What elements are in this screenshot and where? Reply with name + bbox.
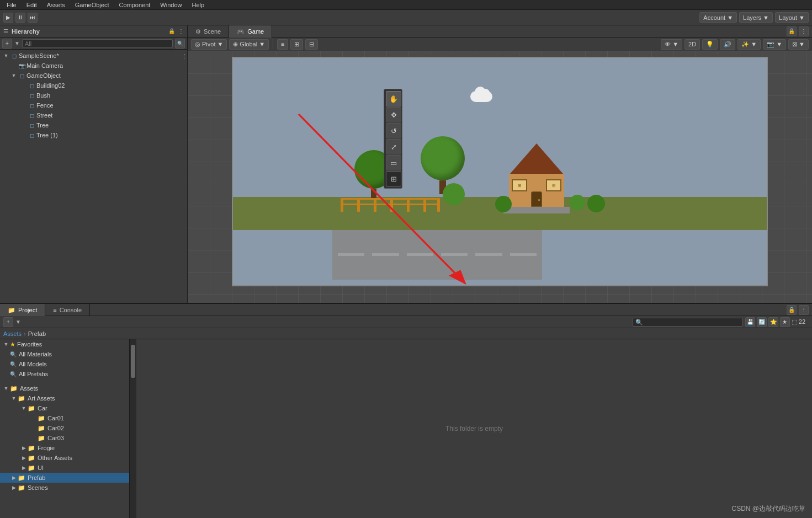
icon-bush: ◻ bbox=[28, 92, 36, 99]
menu-window[interactable]: Window bbox=[156, 0, 186, 10]
tool-rotate[interactable]: ↺ bbox=[386, 123, 401, 138]
scene-lock-icon[interactable]: 🔒 bbox=[787, 26, 797, 36]
icon-samplescene: ◻ bbox=[10, 52, 19, 60]
hierarchy-hamburger-icon[interactable]: ☰ bbox=[3, 28, 8, 34]
project-add-btn[interactable]: + bbox=[3, 317, 13, 327]
hierarchy-item-fence[interactable]: ◻ Fence bbox=[0, 100, 187, 110]
all-models-item[interactable]: 🔍 All Models bbox=[0, 359, 129, 369]
car03-item[interactable]: 📁 Car03 bbox=[0, 433, 129, 443]
hierarchy-title: Hierarchy bbox=[12, 28, 40, 35]
layers-button[interactable]: Layers ▼ bbox=[739, 12, 773, 23]
car02-item[interactable]: 📁 Car02 bbox=[0, 423, 129, 433]
menu-gameobject[interactable]: GameObject bbox=[71, 0, 114, 10]
grid-btn-1[interactable]: ≡ bbox=[277, 39, 288, 50]
account-button[interactable]: Account ▼ bbox=[699, 12, 737, 23]
audio-button[interactable]: 🔊 bbox=[720, 39, 735, 50]
hierarchy-item-building02[interactable]: ◻ Building02 bbox=[0, 81, 187, 90]
menu-file[interactable]: File bbox=[2, 0, 21, 10]
main-layout: ☰ Hierarchy 🔒 ⋮ + ▼ 🔍 ▼ ◻ SampleScene* ⋮ bbox=[0, 25, 812, 303]
lighting-button[interactable]: 💡 bbox=[702, 39, 718, 50]
grid-btn-3[interactable]: ⊟ bbox=[305, 39, 318, 50]
all-materials-item[interactable]: 🔍 All Materials bbox=[0, 349, 129, 359]
grid-btn-2[interactable]: ⊞ bbox=[290, 39, 303, 50]
hierarchy-item-tree[interactable]: ◻ Tree bbox=[0, 120, 187, 130]
hierarchy-item-gameobject[interactable]: ▼ ◻ GameObject bbox=[0, 71, 187, 81]
hierarchy-item-tree1[interactable]: ◻ Tree (1) bbox=[0, 130, 187, 140]
car03-folder-icon: 📁 bbox=[38, 435, 45, 442]
prefab-item[interactable]: ▶ 📁 Prefab bbox=[0, 473, 129, 483]
samplescene-menu-icon[interactable]: ⋮ bbox=[182, 53, 187, 59]
label-gameobject: GameObject bbox=[26, 72, 61, 79]
global-button[interactable]: ⊕ Global ▼ bbox=[229, 39, 269, 50]
all-prefabs-item[interactable]: 🔍 All Prefabs bbox=[0, 369, 129, 379]
tab-game[interactable]: 🎮 Game bbox=[229, 25, 272, 38]
console-tab-icon: ≡ bbox=[53, 307, 56, 313]
other-assets-item[interactable]: ▶ 📁 Other Assets bbox=[0, 453, 129, 463]
play-button[interactable]: ▶ bbox=[3, 13, 13, 23]
tab-project[interactable]: 📁 Project bbox=[0, 304, 45, 316]
other-assets-label: Other Assets bbox=[38, 455, 72, 461]
view-options-btn[interactable]: 👁 ▼ bbox=[661, 39, 682, 50]
all-materials-label: All Materials bbox=[19, 351, 52, 357]
layout-button[interactable]: Layout ▼ bbox=[775, 12, 809, 23]
frogie-item[interactable]: ▶ 📁 Frogie bbox=[0, 443, 129, 453]
scene-menu-icon[interactable]: ⋮ bbox=[799, 26, 809, 36]
scenes-item[interactable]: ▶ 📁 Scenes bbox=[0, 483, 129, 493]
hierarchy-add-btn[interactable]: + bbox=[2, 39, 12, 49]
breadcrumb-assets[interactable]: Assets bbox=[3, 330, 22, 337]
hierarchy-lock-icon[interactable]: 🔒 bbox=[168, 28, 175, 34]
camera-btn[interactable]: 📷 ▼ bbox=[763, 39, 786, 50]
fx-button[interactable]: ✨ ▼ bbox=[737, 39, 761, 50]
tool-rect[interactable]: ▭ bbox=[386, 155, 401, 170]
favorites-label: Favorites bbox=[17, 341, 42, 348]
car01-folder-icon: 📁 bbox=[38, 415, 45, 422]
project-refresh-icon[interactable]: 🔄 bbox=[757, 317, 767, 327]
pivot-button[interactable]: ◎ Pivot ▼ bbox=[191, 39, 227, 50]
gizmos-btn[interactable]: ⊠ ▼ bbox=[788, 39, 809, 50]
ui-item[interactable]: ▶ 📁 UI bbox=[0, 463, 129, 473]
car01-item[interactable]: 📁 Car01 bbox=[0, 413, 129, 423]
menu-help[interactable]: Help bbox=[187, 0, 209, 10]
tab-scene[interactable]: ⚙ Scene bbox=[188, 25, 229, 38]
menu-bar: File Edit Assets GameObject Component Wi… bbox=[0, 0, 812, 10]
hierarchy-item-maincamera[interactable]: 📷 Main Camera bbox=[0, 61, 187, 71]
building-obj: ⊞ ⊞ bbox=[503, 143, 570, 213]
favorites-header[interactable]: ▼ ★ Favorites bbox=[0, 339, 129, 349]
menu-assets[interactable]: Assets bbox=[43, 0, 70, 10]
project-add-dropdown[interactable]: ▼ bbox=[15, 319, 21, 325]
tool-transform[interactable]: ⊞ bbox=[386, 171, 401, 186]
hierarchy-item-bush[interactable]: ◻ Bush bbox=[0, 90, 187, 100]
console-tab-label: Console bbox=[60, 307, 82, 313]
car-header[interactable]: ▼ 📁 Car bbox=[0, 403, 129, 413]
frogie-label: Frogie bbox=[38, 445, 55, 451]
asset-tree-scrollbar[interactable] bbox=[130, 339, 136, 518]
project-lock-icon[interactable]: 🔒 bbox=[787, 305, 797, 315]
menu-edit[interactable]: Edit bbox=[22, 0, 41, 10]
tool-hand[interactable]: ✋ bbox=[386, 91, 401, 106]
tool-move[interactable]: ✥ bbox=[386, 107, 401, 122]
project-search-input[interactable] bbox=[633, 318, 743, 327]
menu-component[interactable]: Component bbox=[114, 0, 155, 10]
assets-header[interactable]: ▼ 📁 Assets bbox=[0, 383, 129, 393]
2d-button[interactable]: 2D bbox=[684, 39, 700, 50]
hierarchy-add-dropdown-icon[interactable]: ▼ bbox=[14, 40, 20, 46]
project-save-icon[interactable]: 💾 bbox=[745, 317, 755, 327]
asset-tree-scroll-thumb bbox=[131, 345, 135, 378]
cloud-obj bbox=[470, 91, 492, 102]
hierarchy-search-icon[interactable]: 🔍 bbox=[175, 39, 185, 49]
label-fence: Fence bbox=[36, 102, 54, 109]
hierarchy-search-input[interactable] bbox=[22, 39, 173, 48]
project-menu-icon[interactable]: ⋮ bbox=[799, 305, 809, 315]
hierarchy-item-street[interactable]: ◻ Street bbox=[0, 110, 187, 120]
project-star2-icon[interactable]: ★ bbox=[780, 317, 790, 327]
hierarchy-menu-icon[interactable]: ⋮ bbox=[178, 28, 184, 34]
project-star-icon[interactable]: ⭐ bbox=[768, 317, 778, 327]
step-button[interactable]: ⏭ bbox=[28, 13, 38, 23]
car01-label: Car01 bbox=[47, 415, 64, 421]
pause-button[interactable]: ⏸ bbox=[15, 13, 25, 23]
hierarchy-item-samplescene[interactable]: ▼ ◻ SampleScene* ⋮ bbox=[0, 51, 187, 61]
art-assets-header[interactable]: ▼ 📁 Art Assets bbox=[0, 393, 129, 403]
tool-scale[interactable]: ⤢ bbox=[386, 139, 401, 154]
tab-console[interactable]: ≡ Console bbox=[45, 304, 90, 316]
scene-game-tabs: ⚙ Scene 🎮 Game 🔒 ⋮ bbox=[188, 25, 812, 38]
